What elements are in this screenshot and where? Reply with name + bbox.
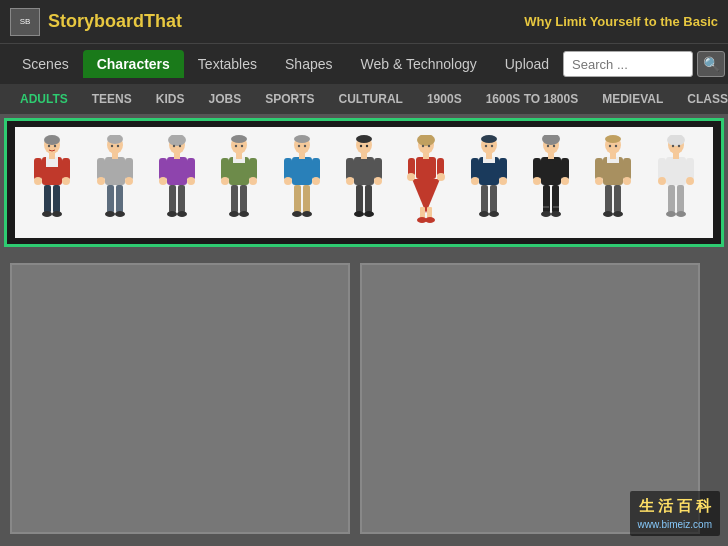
svg-rect-22 <box>97 158 105 180</box>
svg-rect-80 <box>374 158 382 180</box>
svg-point-42 <box>179 145 181 147</box>
svg-point-41 <box>173 145 175 147</box>
svg-rect-9 <box>62 158 70 180</box>
subcat-medieval[interactable]: MEDIEVAL <box>590 88 675 110</box>
svg-rect-76 <box>365 185 372 213</box>
svg-point-34 <box>167 211 177 217</box>
svg-point-145 <box>609 145 611 147</box>
character-8[interactable] <box>462 135 516 230</box>
subcat-kids[interactable]: KIDS <box>144 88 197 110</box>
tab-web-technology[interactable]: Web & Technology <box>347 50 491 78</box>
svg-rect-36 <box>159 158 167 180</box>
svg-rect-40 <box>174 153 180 159</box>
svg-rect-47 <box>231 185 238 213</box>
svg-point-133 <box>605 135 621 143</box>
tab-scenes[interactable]: Scenes <box>8 50 83 78</box>
svg-rect-18 <box>107 185 114 213</box>
svg-point-115 <box>490 145 492 147</box>
svg-rect-33 <box>178 185 185 213</box>
svg-rect-60 <box>292 157 312 185</box>
svg-point-81 <box>346 177 354 185</box>
svg-rect-83 <box>361 153 367 159</box>
svg-rect-150 <box>668 185 675 213</box>
svg-rect-75 <box>356 185 363 213</box>
character-6[interactable] <box>337 135 391 230</box>
character-3[interactable] <box>150 135 204 230</box>
app: SB StoryboardThat Why Limit Yourself to … <box>0 0 728 546</box>
svg-point-152 <box>666 211 676 217</box>
svg-point-39 <box>187 177 195 185</box>
svg-rect-12 <box>49 153 55 159</box>
svg-point-112 <box>499 177 507 185</box>
svg-rect-119 <box>543 185 550 213</box>
search-input[interactable] <box>563 51 693 77</box>
character-10[interactable] <box>586 135 640 230</box>
svg-point-156 <box>658 177 666 185</box>
search-button[interactable]: 🔍 <box>697 51 725 77</box>
svg-point-71 <box>303 145 305 147</box>
subcat-cultural[interactable]: CULTURAL <box>327 88 415 110</box>
svg-point-6 <box>42 211 52 217</box>
svg-point-50 <box>239 211 249 217</box>
svg-point-57 <box>241 145 243 147</box>
svg-rect-17 <box>105 157 125 185</box>
character-7[interactable] <box>399 135 453 230</box>
search-area: 🔍 <box>563 51 725 77</box>
svg-rect-69 <box>299 153 305 159</box>
character-2[interactable] <box>87 135 141 230</box>
svg-rect-113 <box>486 153 492 159</box>
svg-point-143 <box>623 177 631 185</box>
svg-point-11 <box>62 177 70 185</box>
svg-point-99 <box>422 145 424 147</box>
svg-rect-136 <box>605 185 612 213</box>
svg-rect-118 <box>541 157 561 185</box>
subcat-sports[interactable]: SPORTS <box>253 88 326 110</box>
tab-characters[interactable]: Characters <box>83 50 184 78</box>
main-area <box>0 251 728 546</box>
svg-point-28 <box>116 145 118 147</box>
tab-shapes[interactable]: Shapes <box>271 50 346 78</box>
svg-rect-74 <box>354 157 374 185</box>
svg-rect-149 <box>666 157 686 185</box>
svg-rect-144 <box>610 153 616 159</box>
character-11[interactable] <box>649 135 703 230</box>
svg-point-73 <box>356 135 372 143</box>
svg-point-97 <box>437 173 445 181</box>
svg-point-13 <box>48 145 50 147</box>
svg-rect-106 <box>490 185 497 213</box>
character-1[interactable] <box>25 135 79 230</box>
svg-rect-158 <box>673 153 679 159</box>
logo-icon: SB <box>10 8 40 36</box>
svg-point-53 <box>221 177 229 185</box>
svg-point-59 <box>294 135 310 143</box>
character-strip <box>15 127 713 238</box>
character-5[interactable] <box>274 135 328 230</box>
svg-rect-55 <box>236 153 242 159</box>
tab-upload[interactable]: Upload <box>491 50 563 78</box>
svg-rect-126 <box>561 158 569 180</box>
svg-point-25 <box>125 177 133 185</box>
subcat-teens[interactable]: TEENS <box>80 88 144 110</box>
svg-rect-137 <box>614 185 621 213</box>
svg-rect-129 <box>548 153 554 159</box>
svg-rect-105 <box>481 185 488 213</box>
subcat-1900s[interactable]: 1900S <box>415 88 474 110</box>
svg-rect-52 <box>249 158 257 180</box>
svg-point-85 <box>366 145 368 147</box>
subcat-jobs[interactable]: JOBS <box>196 88 253 110</box>
subcat-classical-era[interactable]: CLASSICAL ERA <box>675 88 728 110</box>
svg-rect-61 <box>294 185 301 213</box>
svg-point-157 <box>686 177 694 185</box>
subcat-adults[interactable]: ADULTS <box>8 88 80 110</box>
svg-point-102 <box>481 135 497 143</box>
character-9[interactable] <box>524 135 578 230</box>
subcat-1600s-1800s[interactable]: 1600S TO 1800S <box>474 88 591 110</box>
svg-point-142 <box>595 177 603 185</box>
svg-point-82 <box>374 177 382 185</box>
tab-textables[interactable]: Textables <box>184 50 271 78</box>
storyboard-panel-1[interactable] <box>10 263 350 534</box>
svg-point-128 <box>561 177 569 185</box>
watermark: 生 活 百 科 www.bimeiz.com <box>630 491 720 537</box>
svg-rect-66 <box>312 158 320 180</box>
character-4[interactable] <box>212 135 266 230</box>
